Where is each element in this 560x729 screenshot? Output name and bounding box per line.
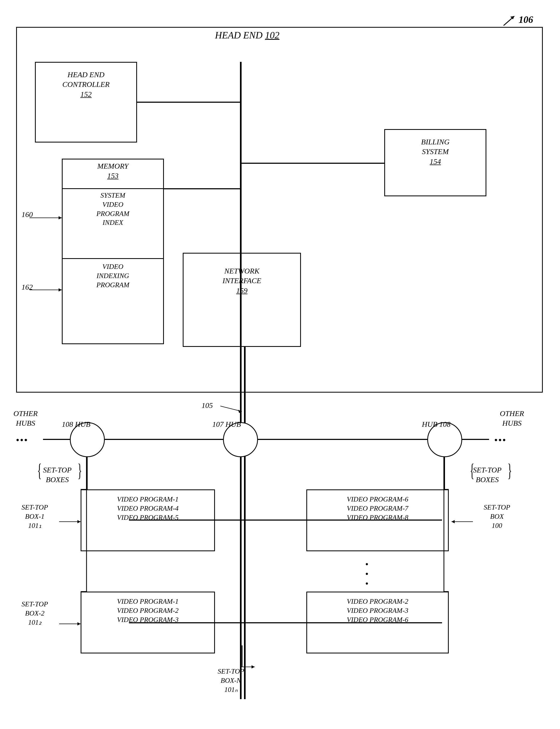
trunk-to-vb1 <box>129 520 241 521</box>
other-hubs-left-label: OTHERHUBS <box>13 409 38 429</box>
other-hubs-left-line <box>43 439 70 440</box>
brace-stb-left: } <box>37 460 42 481</box>
left-hub-label: 108 HUB <box>62 420 91 429</box>
vertical-dots: ••• <box>365 559 368 588</box>
arrow-105 <box>220 404 247 414</box>
network-interface-label: NETWORKINTERFACE159 <box>183 266 301 295</box>
hub-connect-left <box>105 439 223 440</box>
fig-number-label: 106 <box>519 13 533 26</box>
right-hub-label: HUB 108 <box>422 420 451 429</box>
memory-divider-2 <box>62 258 164 259</box>
fig-arrow-svg <box>487 11 520 27</box>
label-105: 105 <box>202 401 213 410</box>
right-dots: ••• <box>494 435 507 445</box>
set-top-box-1-label: SET-TOPBOX-1101₁ <box>21 503 48 530</box>
right-hub-connections <box>441 457 494 600</box>
stb1-to-vb1-arrow <box>59 519 83 524</box>
video-box-3-label: VIDEO PROGRAM-6VIDEO PROGRAM-7VIDEO PROG… <box>306 495 449 522</box>
hec-to-trunk-line <box>137 102 241 103</box>
memory-label: MEMORY153 <box>62 161 164 181</box>
brace-stb-right-2: } <box>507 460 512 481</box>
system-video-program-index-label: SYSTEMVIDEOPROGRAMINDEX <box>62 191 164 227</box>
left-hub-connections <box>81 457 218 600</box>
set-top-box-2-label: SET-TOPBOX-2101₂ <box>21 600 48 627</box>
stbn-connection <box>240 645 256 694</box>
billing-to-trunk-line <box>240 163 384 164</box>
billing-system-label: BILLINGSYSTEM154 <box>384 137 486 166</box>
svg-marker-5 <box>59 288 62 291</box>
center-hub-label: 107 HUB <box>212 420 241 429</box>
trunk-to-vb4 <box>240 622 308 623</box>
arrow-160 <box>30 215 64 220</box>
svg-marker-11 <box>77 622 81 626</box>
trunk-to-vb2 <box>129 622 241 623</box>
left-dots: ••• <box>16 435 28 445</box>
trunk-to-vb3 <box>240 520 308 521</box>
svg-marker-25 <box>252 665 255 669</box>
svg-marker-7 <box>238 410 242 413</box>
hub-connect-right <box>258 439 427 440</box>
video-box-2-label: VIDEO PROGRAM-1VIDEO PROGRAM-2VIDEO PROG… <box>81 597 215 624</box>
trunk-to-vb3-right <box>308 520 442 521</box>
video-indexing-program-label: VIDEOINDEXINGPROGRAM <box>62 262 164 289</box>
memory-outer-box <box>62 159 164 344</box>
diagram: 106 HEAD END 102 HEAD ENDCONTROLLER152 M… <box>0 0 560 729</box>
video-box-4-label: VIDEO PROGRAM-2VIDEO PROGRAM-3VIDEO PROG… <box>306 597 449 624</box>
head-end-label: HEAD END 102 <box>215 29 279 42</box>
other-hubs-right-line <box>462 439 489 440</box>
stb2-to-vb2-arrow <box>59 621 83 627</box>
trunk-line-top <box>240 62 242 258</box>
svg-marker-3 <box>59 216 62 219</box>
trunk-line-into-ni <box>240 258 242 347</box>
trunk-to-vb4-right <box>308 622 442 623</box>
svg-marker-9 <box>77 520 81 523</box>
set-top-boxes-left-label: SET-TOPBOXES <box>43 465 71 485</box>
arrow-162 <box>30 287 64 292</box>
head-end-controller-label: HEAD ENDCONTROLLER152 <box>35 70 137 99</box>
memory-to-trunk-line <box>164 188 241 189</box>
other-hubs-right-label: OTHERHUBS <box>500 409 524 429</box>
memory-divider-1 <box>62 188 164 189</box>
